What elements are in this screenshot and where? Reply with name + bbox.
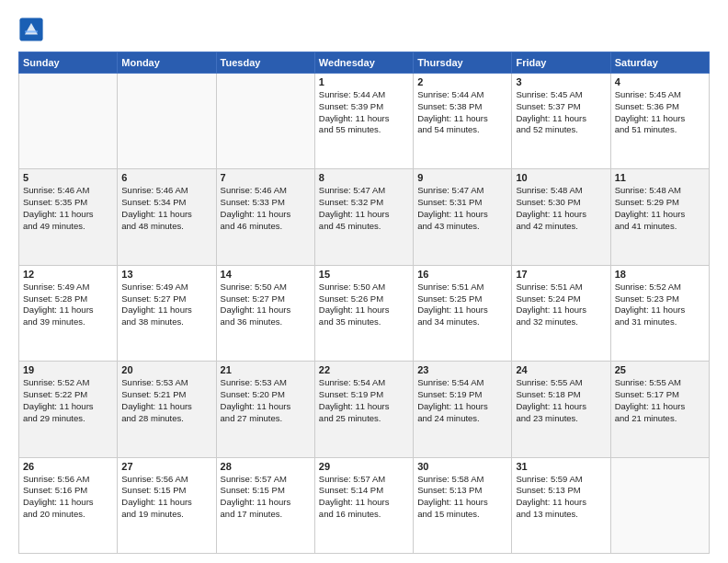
calendar-cell: 2Sunrise: 5:44 AMSunset: 5:38 PMDaylight… [414,74,512,169]
day-number: 3 [516,76,606,87]
daylight-hours: Daylight: 11 hours [319,304,409,316]
daylight-minutes: and 52 minutes. [516,124,606,136]
calendar-cell [118,74,216,169]
sunrise-text: Sunrise: 5:48 AM [516,185,606,197]
calendar-cell: 18Sunrise: 5:52 AMSunset: 5:23 PMDayligh… [610,265,709,361]
sunrise-text: Sunrise: 5:59 AM [516,474,606,486]
svg-rect-2 [25,30,38,32]
daylight-minutes: and 27 minutes. [221,413,311,425]
weekday-header: Friday [512,52,610,74]
calendar-cell: 19Sunrise: 5:52 AMSunset: 5:22 PMDayligh… [19,362,118,457]
daylight-minutes: and 28 minutes. [121,413,211,425]
daylight-minutes: and 35 minutes. [319,316,409,328]
weekday-header: Tuesday [216,52,314,74]
daylight-minutes: and 19 minutes. [121,509,211,521]
daylight-minutes: and 46 minutes. [221,221,311,233]
sunrise-text: Sunrise: 5:49 AM [121,282,211,293]
calendar-cell: 12Sunrise: 5:49 AMSunset: 5:28 PMDayligh… [19,265,118,361]
daylight-hours: Daylight: 11 hours [516,401,606,413]
calendar-cell: 6Sunrise: 5:46 AMSunset: 5:34 PMDaylight… [118,169,216,265]
sunrise-text: Sunrise: 5:51 AM [516,282,606,293]
weekday-header: Saturday [610,52,709,74]
sunrise-text: Sunrise: 5:58 AM [417,474,507,486]
sunset-text: Sunset: 5:37 PM [516,101,606,113]
calendar-cell [610,457,709,553]
sunrise-text: Sunrise: 5:55 AM [615,377,705,389]
sunrise-text: Sunrise: 5:52 AM [615,282,705,293]
calendar-row: 19Sunrise: 5:52 AMSunset: 5:22 PMDayligh… [19,362,710,457]
calendar-cell: 26Sunrise: 5:56 AMSunset: 5:16 PMDayligh… [19,457,118,553]
daylight-hours: Daylight: 11 hours [417,497,507,509]
sunset-text: Sunset: 5:34 PM [121,197,211,209]
sunset-text: Sunset: 5:18 PM [516,389,606,401]
sunset-text: Sunset: 5:27 PM [121,293,211,305]
sunset-text: Sunset: 5:13 PM [417,485,507,497]
sunset-text: Sunset: 5:25 PM [417,293,507,305]
daylight-hours: Daylight: 11 hours [615,304,705,316]
sunrise-text: Sunrise: 5:46 AM [121,185,211,197]
sunset-text: Sunset: 5:39 PM [319,101,409,113]
day-number: 13 [121,269,211,280]
daylight-hours: Daylight: 11 hours [221,304,311,316]
sunset-text: Sunset: 5:29 PM [615,197,705,209]
sunset-text: Sunset: 5:36 PM [615,101,705,113]
daylight-hours: Daylight: 11 hours [516,209,606,221]
daylight-hours: Daylight: 11 hours [221,209,311,221]
calendar-cell: 23Sunrise: 5:54 AMSunset: 5:19 PMDayligh… [414,362,512,457]
sunset-text: Sunset: 5:16 PM [23,485,113,497]
weekday-header: Sunday [19,52,118,74]
daylight-minutes: and 38 minutes. [121,316,211,328]
weekday-header: Wednesday [314,52,413,74]
calendar-cell: 16Sunrise: 5:51 AMSunset: 5:25 PMDayligh… [414,265,512,361]
daylight-hours: Daylight: 11 hours [221,401,311,413]
calendar-cell: 7Sunrise: 5:46 AMSunset: 5:33 PMDaylight… [216,169,314,265]
daylight-minutes: and 32 minutes. [516,316,606,328]
sunrise-text: Sunrise: 5:45 AM [516,89,606,101]
sunrise-text: Sunrise: 5:46 AM [221,185,311,197]
day-number: 25 [615,364,705,375]
daylight-minutes: and 13 minutes. [516,509,606,521]
sunset-text: Sunset: 5:33 PM [221,197,311,209]
sunset-text: Sunset: 5:21 PM [121,389,211,401]
daylight-minutes: and 54 minutes. [417,124,507,136]
calendar-row: 12Sunrise: 5:49 AMSunset: 5:28 PMDayligh… [19,265,710,361]
sunset-text: Sunset: 5:24 PM [516,293,606,305]
daylight-minutes: and 15 minutes. [417,509,507,521]
sunset-text: Sunset: 5:22 PM [23,389,113,401]
daylight-hours: Daylight: 11 hours [417,113,507,125]
calendar-cell: 14Sunrise: 5:50 AMSunset: 5:27 PMDayligh… [216,265,314,361]
day-number: 19 [23,364,113,375]
calendar-cell: 11Sunrise: 5:48 AMSunset: 5:29 PMDayligh… [610,169,709,265]
sunrise-text: Sunrise: 5:55 AM [516,377,606,389]
sunrise-text: Sunrise: 5:47 AM [319,185,409,197]
daylight-hours: Daylight: 11 hours [23,209,113,221]
daylight-minutes: and 31 minutes. [615,316,705,328]
sunrise-text: Sunrise: 5:47 AM [417,185,507,197]
calendar-cell: 29Sunrise: 5:57 AMSunset: 5:14 PMDayligh… [314,457,413,553]
sunset-text: Sunset: 5:19 PM [417,389,507,401]
sunrise-text: Sunrise: 5:51 AM [417,282,507,293]
sunset-text: Sunset: 5:28 PM [23,293,113,305]
day-number: 4 [615,76,705,87]
sunrise-text: Sunrise: 5:44 AM [417,89,507,101]
day-number: 29 [319,461,409,472]
day-number: 11 [615,172,705,183]
daylight-hours: Daylight: 11 hours [319,113,409,125]
day-number: 2 [417,76,507,87]
daylight-hours: Daylight: 11 hours [615,113,705,125]
calendar-cell: 25Sunrise: 5:55 AMSunset: 5:17 PMDayligh… [610,362,709,457]
daylight-hours: Daylight: 11 hours [121,497,211,509]
day-number: 16 [417,269,507,280]
sunrise-text: Sunrise: 5:54 AM [417,377,507,389]
daylight-minutes: and 24 minutes. [417,413,507,425]
sunset-text: Sunset: 5:35 PM [23,197,113,209]
day-number: 10 [516,172,606,183]
day-number: 14 [221,269,311,280]
calendar-cell: 24Sunrise: 5:55 AMSunset: 5:18 PMDayligh… [512,362,610,457]
calendar-cell: 10Sunrise: 5:48 AMSunset: 5:30 PMDayligh… [512,169,610,265]
calendar-cell: 3Sunrise: 5:45 AMSunset: 5:37 PMDaylight… [512,74,610,169]
daylight-minutes: and 23 minutes. [516,413,606,425]
calendar-row: 1Sunrise: 5:44 AMSunset: 5:39 PMDaylight… [19,74,710,169]
sunset-text: Sunset: 5:19 PM [319,389,409,401]
sunrise-text: Sunrise: 5:53 AM [221,377,311,389]
